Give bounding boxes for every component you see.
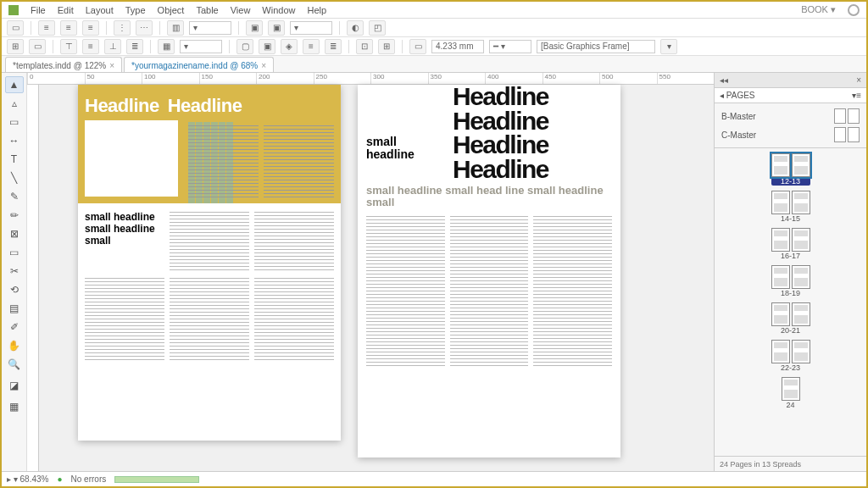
wrap-shape-icon[interactable]: ◈ bbox=[281, 39, 298, 54]
direct-select-tool[interactable]: ▵ bbox=[5, 95, 24, 112]
hero-headline-1: Headline bbox=[85, 95, 159, 117]
fill-stroke-icon[interactable]: ◪ bbox=[5, 374, 24, 396]
preflight-status[interactable]: No errors bbox=[71, 474, 107, 484]
tab-magazine[interactable]: *yourmagazinename.indd @ 68% × bbox=[124, 57, 274, 72]
text-wrap2-icon[interactable]: ▣ bbox=[268, 20, 285, 36]
gradient-tool[interactable]: ▤ bbox=[5, 300, 24, 317]
wrap-dropdown[interactable]: ▾ bbox=[290, 21, 332, 35]
inset-dropdown[interactable]: ▾ bbox=[180, 40, 222, 53]
big-headline-stack[interactable]: Headline Headline Headline Headline bbox=[453, 85, 612, 181]
columns-icon[interactable]: ▥ bbox=[167, 20, 184, 36]
valign-just-icon[interactable]: ≣ bbox=[126, 39, 143, 54]
distribute-h-icon[interactable]: ⋯ bbox=[136, 20, 153, 36]
wrap-jump-icon[interactable]: ≡ bbox=[303, 39, 320, 54]
spread-thumb[interactable]: 12-13 bbox=[771, 153, 810, 186]
small-headline-stack[interactable]: small headline small headline small bbox=[85, 212, 161, 271]
distribute-icon[interactable]: ⋮ bbox=[114, 20, 131, 36]
stroke-icon[interactable]: ▭ bbox=[409, 39, 426, 54]
align-right-icon[interactable]: ≡ bbox=[82, 20, 99, 36]
subhead[interactable]: small headline small head line small hea… bbox=[366, 185, 612, 209]
canvas[interactable]: 0 50 100 150 200 250 300 350 400 450 500… bbox=[27, 73, 714, 471]
search-icon[interactable] bbox=[848, 4, 860, 16]
gap-tool[interactable]: ↔ bbox=[5, 132, 24, 149]
pen-tool[interactable]: ✎ bbox=[5, 188, 24, 205]
page-left[interactable]: Headline Headline small headline small h… bbox=[78, 85, 341, 441]
menu-view[interactable]: View bbox=[231, 5, 251, 15]
zoom-tool[interactable]: 🔍 bbox=[5, 356, 24, 373]
close-icon[interactable]: × bbox=[109, 61, 114, 70]
valign-top-icon[interactable]: ⊤ bbox=[60, 39, 77, 54]
spread-thumb[interactable]: 22-23 bbox=[771, 340, 810, 372]
selection-tool[interactable]: ▲ bbox=[5, 76, 24, 93]
valign-bot-icon[interactable]: ⊥ bbox=[104, 39, 121, 54]
close-icon[interactable]: × bbox=[856, 75, 861, 85]
page-tool[interactable]: ▭ bbox=[5, 114, 24, 130]
menu-object[interactable]: Object bbox=[158, 5, 185, 15]
control-bar-2: ⊞ ▭ ⊤ ≡ ⊥ ≣ ▦ ▾ ▢ ▣ ◈ ≡ ≣ ⊡ ⊞ ▭ 4.233 mm… bbox=[2, 37, 866, 56]
corner-icon[interactable]: ◰ bbox=[369, 20, 386, 36]
hand-tool[interactable]: ✋ bbox=[5, 337, 24, 354]
more-icon[interactable]: ▾ bbox=[660, 39, 677, 54]
menu-table[interactable]: Table bbox=[196, 5, 218, 15]
stroke-weight-field[interactable]: 4.233 mm bbox=[431, 40, 484, 53]
valign-mid-icon[interactable]: ≡ bbox=[82, 39, 99, 54]
vertical-ruler bbox=[27, 85, 39, 471]
spread-thumb[interactable]: 16-17 bbox=[771, 228, 810, 260]
panel-footer: 24 Pages in 13 Spreads bbox=[715, 456, 866, 471]
small-headline[interactable]: small headline bbox=[366, 85, 442, 181]
progress-bar bbox=[114, 476, 199, 483]
inset-icon[interactable]: ▦ bbox=[158, 39, 175, 54]
image-placeholder[interactable] bbox=[85, 120, 178, 197]
body-columns bbox=[366, 216, 612, 369]
spread-thumb[interactable]: 14-15 bbox=[771, 191, 810, 223]
frame-icon[interactable]: ▭ bbox=[29, 39, 46, 54]
pencil-tool[interactable]: ✏ bbox=[5, 207, 24, 224]
spread-thumb[interactable]: 18-19 bbox=[771, 265, 810, 297]
anchor-icon[interactable]: ⊞ bbox=[7, 39, 24, 54]
align-center-icon[interactable]: ≡ bbox=[60, 20, 77, 36]
stroke-style-dropdown[interactable]: ━ ▾ bbox=[489, 40, 531, 53]
panel-tab[interactable]: ◂ PAGES ▾≡ bbox=[715, 88, 866, 103]
menu-file[interactable]: File bbox=[31, 5, 46, 15]
scissors-tool[interactable]: ✂ bbox=[5, 263, 24, 280]
tab-templates[interactable]: *templates.indd @ 122% × bbox=[5, 57, 122, 72]
collapse-icon[interactable]: ◂◂ bbox=[720, 75, 728, 85]
wrap-bound-icon[interactable]: ▣ bbox=[259, 39, 275, 54]
line-tool[interactable]: ╲ bbox=[5, 169, 24, 186]
wrap-col-icon[interactable]: ≣ bbox=[325, 39, 342, 54]
hero-block[interactable]: Headline Headline bbox=[78, 85, 341, 203]
page-icon[interactable]: ▭ bbox=[7, 20, 24, 36]
align-left-icon[interactable]: ≡ bbox=[38, 20, 55, 36]
wrap-none-icon[interactable]: ▢ bbox=[236, 39, 253, 54]
page-right[interactable]: small headline Headline Headline Headlin… bbox=[358, 85, 620, 458]
view-mode-icon[interactable]: ▦ bbox=[5, 398, 24, 415]
object-style-field[interactable]: [Basic Graphics Frame] bbox=[537, 40, 655, 53]
menu-edit[interactable]: Edit bbox=[58, 5, 74, 15]
pages-list[interactable]: 12-13 14-15 16-17 18-19 20-21 22-23 24 bbox=[715, 148, 866, 456]
panel-header[interactable]: ◂◂ × bbox=[715, 73, 866, 88]
menu-layout[interactable]: Layout bbox=[86, 5, 114, 15]
horizontal-ruler: 0 50 100 150 200 250 300 350 400 450 500… bbox=[27, 73, 714, 85]
eyedropper-tool[interactable]: ✐ bbox=[5, 319, 24, 336]
type-tool[interactable]: T bbox=[5, 151, 24, 168]
spread-thumb[interactable]: 20-21 bbox=[771, 302, 810, 335]
menu-window[interactable]: Window bbox=[262, 5, 295, 15]
field-dropdown[interactable]: ▾ bbox=[189, 21, 231, 35]
transform-tool[interactable]: ⟲ bbox=[5, 281, 24, 298]
zoom-field[interactable]: ▸ ▾ 68.43% bbox=[7, 474, 48, 484]
rect-frame-tool[interactable]: ⊠ bbox=[5, 225, 24, 242]
panel-menu-icon[interactable]: ▾≡ bbox=[852, 91, 861, 100]
fit-icon[interactable]: ⊡ bbox=[356, 39, 373, 54]
workspace-dropdown[interactable]: BOOK ▾ bbox=[801, 4, 836, 15]
rect-tool[interactable]: ▭ bbox=[5, 244, 24, 261]
menu-help[interactable]: Help bbox=[307, 5, 326, 15]
master-c[interactable]: C-Master bbox=[715, 125, 866, 144]
effects-icon[interactable]: ◐ bbox=[347, 20, 364, 36]
fit2-icon[interactable]: ⊞ bbox=[378, 39, 395, 54]
menu-type[interactable]: Type bbox=[125, 5, 146, 15]
master-b[interactable]: B-Master bbox=[715, 107, 866, 125]
spread-thumb[interactable]: 24 bbox=[782, 377, 800, 409]
text-wrap-icon[interactable]: ▣ bbox=[246, 20, 263, 36]
tab-label: *templates.indd @ 122% bbox=[13, 61, 106, 70]
close-icon[interactable]: × bbox=[261, 61, 266, 70]
